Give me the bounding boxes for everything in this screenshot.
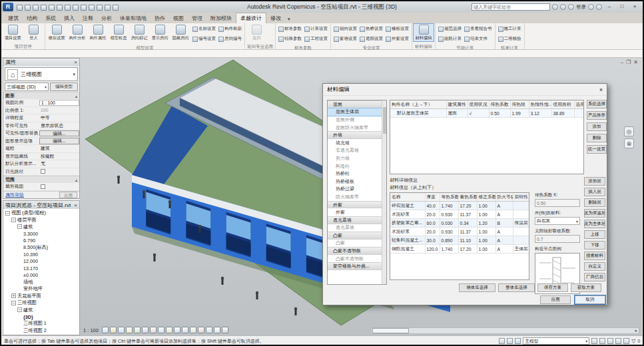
component-table[interactable]: 构件名称（上→下）建筑属性使用状况传热系数传热阻热惰性指...使用面积选用依据默… (390, 100, 584, 174)
tree-item[interactable]: {3D} (3, 313, 79, 320)
user-icon[interactable] (568, 4, 574, 10)
select-links-icon[interactable] (591, 338, 597, 344)
drag-on-selection-icon[interactable] (623, 338, 629, 344)
standard-params-button[interactable]: 标准参数 (277, 24, 303, 34)
drawing-area[interactable]: – ❐ ✕ ◎ ⊕ 材料编辑 × 屋面屋面主体层屋面外侧屋面防火隔离带外墙填充墙… (80, 58, 642, 335)
property-value[interactable]: 编辑... (39, 138, 79, 144)
获取方案-button[interactable]: 获取方案 (571, 283, 601, 292)
number-settings-button[interactable]: 编号设置 (191, 34, 217, 44)
room-number-button[interactable]: 房间编号 (217, 34, 243, 44)
tree-item[interactable]: 三维视图 1 (3, 320, 79, 327)
material-row[interactable]: 碎石混凝土40.01.74017.201.00A (390, 202, 529, 210)
worksharing-display-icon[interactable] (190, 327, 196, 333)
hide-room-button[interactable]: 隐藏房间 (170, 24, 190, 41)
tree-expand-icon[interactable]: − (11, 218, 16, 222)
calc-settings-button[interactable]: 计算设置 (303, 24, 329, 34)
tree-item[interactable]: 12.000 (3, 258, 79, 265)
3d-view-icon[interactable] (89, 5, 95, 11)
tree-expand-icon[interactable]: + (11, 293, 16, 298)
slab-settings-button[interactable]: 楼板设置 (384, 24, 410, 34)
browser-header[interactable]: 项目浏览器 - 空压站项目.rvt × (3, 201, 79, 209)
exchange-apps-icon[interactable] (588, 4, 594, 10)
construction-calc-button[interactable]: 施工计算 (497, 24, 523, 34)
统一设置-button[interactable]: 统一设置 (587, 145, 607, 154)
添加层-button[interactable]: 添加层 (584, 177, 605, 186)
tree-item[interactable]: 10.390 (3, 251, 79, 258)
tab-结构[interactable]: 结构 (23, 13, 41, 23)
close-button[interactable]: × (629, 3, 640, 11)
design-options-icon[interactable] (499, 338, 505, 344)
edit-type-button[interactable]: 编辑类型 (50, 83, 78, 91)
category-外墙[interactable]: 外墙 (328, 131, 382, 139)
category-屋面防火隔离带[interactable]: 屋面防火隔离带 (328, 124, 382, 132)
property-value[interactable]: 编辑... (39, 130, 79, 137)
col-防火等级[interactable]: 防火等级 (495, 193, 513, 202)
open-icon[interactable] (17, 5, 23, 11)
section-图形[interactable]: 图形▴ (3, 92, 79, 99)
section-范围[interactable]: 范围▴ (3, 176, 79, 183)
search-input[interactable] (472, 3, 550, 11)
tab-注释[interactable]: 注释 (79, 13, 97, 23)
exterior-window-settings-button[interactable]: 外窗设置 (384, 34, 410, 44)
reveal-hidden-elements-icon[interactable] (174, 327, 180, 333)
col-修正系数[interactable]: 修正系数 (477, 193, 495, 202)
tab-overflow-icon[interactable]: ▾ (285, 15, 293, 23)
material-layers-table[interactable]: 名称厚度导热系数蓄热系数修正系数防火等级层特性碎石混凝土40.01.74017.… (390, 192, 529, 280)
col-热惰性指...[interactable]: 热惰性指... (529, 100, 551, 109)
model-check-button[interactable]: 模型检查 (109, 24, 129, 41)
category-凸窗不透明板[interactable]: 凸窗不透明板 (328, 247, 382, 255)
col-建筑属性[interactable]: 建筑属性 (446, 100, 468, 109)
special-params-button[interactable]: 特殊参数 (277, 34, 303, 44)
crop-region-visibility-icon[interactable] (158, 327, 164, 333)
tree-item[interactable]: 3.3000 (3, 230, 79, 237)
scrollbar-thumb[interactable] (372, 328, 409, 333)
browser-close-icon[interactable]: × (74, 202, 77, 208)
constraints-icon[interactable] (206, 327, 212, 333)
select-pins-icon[interactable] (599, 338, 605, 344)
category-外窗[interactable]: 外窗 (328, 208, 382, 216)
worksets-icon[interactable] (507, 338, 513, 344)
col-选用依据[interactable]: 选用依据 (574, 100, 584, 109)
tree-item[interactable]: 三维视图 3 (3, 334, 79, 335)
tree-item[interactable]: 8.500(标高) (3, 244, 79, 251)
tab-卓越设计[interactable]: 卓越设计 (236, 13, 266, 23)
floor-settings-button[interactable]: 楼层设置 (47, 24, 67, 41)
show-room-button[interactable]: 显示房间 (150, 24, 170, 41)
tab-视图[interactable]: 视图 (169, 13, 188, 23)
tree-item[interactable]: 6.790 (3, 238, 79, 244)
col-名称[interactable]: 名称 (390, 193, 425, 202)
material-row[interactable]: 轻集料混凝土...30.00.89011.101.00A (390, 236, 529, 245)
删除-button[interactable]: 删除 (587, 134, 607, 142)
help-icon[interactable] (596, 4, 602, 10)
tab-管理[interactable]: 管理 (188, 13, 206, 23)
finish-material-select[interactable]: 白石灰▾ (535, 217, 580, 225)
tree-item[interactable]: ±0.000 (3, 272, 79, 279)
project-config-button[interactable]: 工程设置 (303, 34, 329, 44)
view-close-icon[interactable]: ✕ (633, 59, 638, 65)
save-icon[interactable] (25, 5, 31, 11)
energy-calc-button[interactable]: 能耗计算 (437, 34, 463, 44)
component-analysis-button[interactable]: 构件分析 (67, 24, 87, 41)
col-使用面积[interactable]: 使用面积 (551, 100, 574, 109)
design-option-select[interactable]: 主模型▾ (523, 337, 589, 345)
name-settings-button[interactable]: 名称设置 (191, 24, 217, 34)
text-icon[interactable] (81, 5, 87, 11)
room-tag-button[interactable]: 房间标记 (129, 24, 149, 41)
thermal-bridge-settings-button[interactable]: 热桥设置 (358, 24, 384, 34)
tree-item[interactable]: −楼层平面 (3, 216, 79, 223)
material-row[interactable]: 水泥砂浆20.00.93011.371.00A (390, 210, 529, 219)
tab-系统[interactable]: 系统 (41, 13, 60, 23)
col-传热系数[interactable]: 传热系数 (489, 100, 510, 109)
visual-style-icon[interactable] (118, 327, 125, 333)
category-热桥楼板[interactable]: 热桥楼板 (328, 178, 382, 186)
checkbox[interactable] (41, 184, 45, 189)
material-row[interactable]: 水泥砂浆20.00.93011.371.00A (390, 228, 529, 236)
temporary-view-properties-icon[interactable] (182, 327, 188, 333)
搜索材料-button[interactable]: 搜索材料 (584, 252, 605, 260)
产品推荐-button[interactable]: 产品推荐 (587, 111, 607, 120)
设为主体层-button[interactable]: 设为主体层 (584, 220, 605, 228)
tab-修改[interactable]: 修改 (266, 13, 285, 23)
project-settings-button[interactable]: 项目设置 (3, 24, 23, 41)
material-row[interactable]: 钢筋混凝土120.01.74017.201.00A主体层 (390, 245, 529, 254)
separator-icon[interactable] (214, 327, 220, 333)
